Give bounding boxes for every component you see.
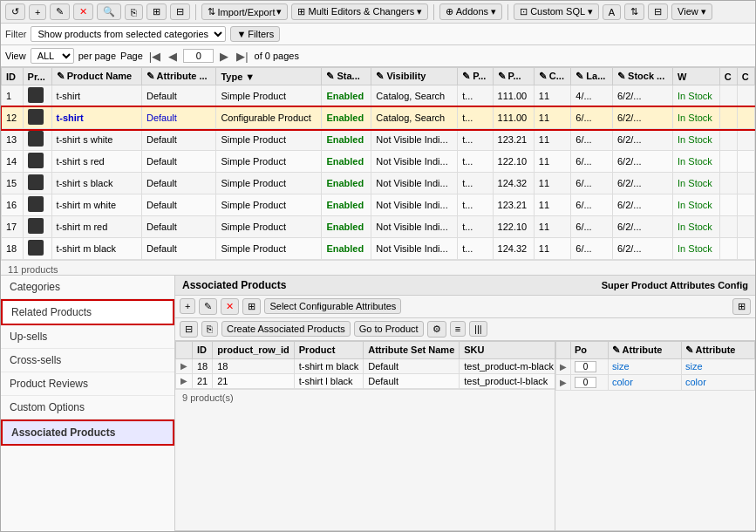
import-export-button[interactable]: ⇅ Import/Export ▾: [201, 3, 288, 20]
filter-select[interactable]: Show products from selected categories: [31, 26, 226, 42]
sa-attr1-link[interactable]: color: [612, 377, 633, 387]
tb2-copy-btn[interactable]: ⎘: [201, 321, 218, 337]
col-header-price[interactable]: ✎ P...: [493, 68, 534, 85]
col-header-c2[interactable]: C: [719, 68, 737, 85]
filters-button[interactable]: ▼ Filters: [230, 26, 280, 42]
goto-product-btn[interactable]: Go to Product: [354, 321, 424, 337]
sa-col-attr2[interactable]: ✎ Attribute: [681, 341, 754, 358]
super-attr-row[interactable]: ▶ size size: [556, 358, 755, 374]
sa-attr2-link[interactable]: size: [685, 361, 703, 372]
sidebar-item-associated-products[interactable]: Associated Products: [1, 419, 174, 446]
table-row[interactable]: 13 t-shirt s white Default Simple Produc…: [2, 129, 755, 151]
edit-button[interactable]: ✎: [50, 3, 70, 20]
sidebar-item-custom-options[interactable]: Custom Options: [1, 396, 174, 419]
sa-col-attr1[interactable]: ✎ Attribute: [608, 341, 681, 358]
col-header-la[interactable]: ✎ La...: [571, 68, 613, 85]
select-configurable-btn[interactable]: Select Configurable Attributes: [264, 298, 401, 314]
tb2-list-btn[interactable]: ≡: [450, 321, 466, 337]
cell-price: 123.21: [493, 194, 534, 216]
create-assoc-btn[interactable]: Create Associated Products: [221, 321, 351, 337]
col-header-p[interactable]: ✎ P...: [458, 68, 493, 85]
filter2-button[interactable]: ⊟: [648, 3, 668, 20]
assoc-table-row[interactable]: ▶ 21 21 t-shirt l black Default test_pro…: [176, 373, 555, 388]
sa-pos-input[interactable]: [575, 377, 596, 388]
table-row[interactable]: 12 t-shirt Default Configurable Product …: [2, 107, 755, 129]
sidebar-item-categories[interactable]: Categories: [1, 276, 174, 299]
col-header-visibility[interactable]: ✎ Visibility: [371, 68, 458, 85]
multi-editors-button[interactable]: ⊞ Multi Editors & Changers ▾: [291, 3, 428, 20]
sa-attr2-link[interactable]: color: [685, 377, 706, 387]
add-button[interactable]: +: [29, 4, 46, 20]
sa-expand[interactable]: ▶: [556, 358, 571, 374]
first-page-button[interactable]: |◀: [147, 50, 162, 63]
page-input[interactable]: [183, 49, 214, 63]
col-header-c3[interactable]: C: [737, 68, 754, 85]
per-page-select[interactable]: ALL: [31, 48, 74, 64]
view-button[interactable]: View ▾: [671, 3, 712, 20]
col-header-c1[interactable]: ✎ C...: [534, 68, 571, 85]
assoc-col-attr-set[interactable]: Attribute Set Name: [364, 341, 460, 358]
delete-assoc-btn[interactable]: ✕: [221, 298, 239, 315]
table-row[interactable]: 17 t-shirt m red Default Simple Product …: [2, 216, 755, 238]
add-assoc-btn[interactable]: +: [180, 298, 195, 314]
assoc-col-product[interactable]: Product: [294, 341, 363, 358]
cell-p: t...: [458, 216, 493, 238]
search-button[interactable]: 🔍: [97, 3, 121, 20]
col-header-stock[interactable]: ✎ Stock ...: [613, 68, 673, 85]
assoc-row-id: 21: [213, 373, 295, 388]
assoc-table-row[interactable]: ▶ 18 18 t-shirt m black Default test_pro…: [176, 358, 555, 373]
sidebar-item-up-sells[interactable]: Up-sells: [1, 325, 174, 349]
sa-attr1-link[interactable]: size: [612, 361, 630, 372]
next-page-button[interactable]: ▶: [218, 50, 230, 63]
custom-sql-button[interactable]: ⊡ Custom SQL ▾: [514, 3, 599, 20]
font-button[interactable]: A: [603, 4, 621, 20]
sidebar-item-product-reviews[interactable]: Product Reviews: [1, 372, 174, 396]
assoc-col-id[interactable]: ID: [193, 341, 213, 358]
assoc-col-row-id[interactable]: product_row_id: [213, 341, 295, 358]
col-header-name[interactable]: ✎ Product Name: [51, 68, 141, 85]
col-header-type[interactable]: Type ▼: [216, 68, 322, 85]
sa-expand[interactable]: ▶: [556, 374, 571, 390]
tb2-settings-btn[interactable]: ⚙: [427, 321, 446, 338]
tb2-col-btn[interactable]: |||: [469, 321, 487, 337]
refresh-button[interactable]: ↺: [5, 3, 25, 20]
copy-button[interactable]: ⎘: [125, 4, 143, 20]
cell-w: [719, 151, 737, 173]
cell-col3: 6/2/...: [613, 151, 673, 173]
assoc-col-sku[interactable]: SKU: [460, 341, 555, 358]
sidebar-item-related-products[interactable]: Related Products: [1, 299, 174, 325]
super-attr-grid-btn[interactable]: ⊞: [732, 298, 751, 315]
col-header-status[interactable]: ✎ Sta...: [322, 68, 371, 85]
prev-page-button[interactable]: ◀: [167, 50, 179, 63]
col-header-id[interactable]: ID: [2, 68, 24, 85]
cell-w: [719, 194, 737, 216]
addons-button[interactable]: ⊕ Addons ▾: [439, 3, 502, 20]
table-row[interactable]: 1 t-shirt Default Simple Product Enabled…: [2, 85, 755, 107]
sidebar-item-cross-sells[interactable]: Cross-sells: [1, 349, 174, 372]
grid1-button[interactable]: ⊞: [146, 3, 167, 20]
last-page-button[interactable]: ▶|: [235, 50, 249, 63]
cell-c: [737, 129, 754, 151]
table-row[interactable]: 16 t-shirt m white Default Simple Produc…: [2, 194, 755, 216]
cell-thumb: [23, 129, 51, 151]
sa-pos[interactable]: [571, 358, 609, 374]
table-row[interactable]: 18 t-shirt m black Default Simple Produc…: [2, 238, 755, 260]
edit-assoc-btn[interactable]: ✎: [199, 298, 217, 315]
col-header-w[interactable]: W: [673, 68, 720, 85]
sort-button[interactable]: ⇅: [624, 3, 644, 20]
super-attr-row[interactable]: ▶ color color: [556, 374, 755, 390]
grid2-button[interactable]: ⊟: [170, 3, 190, 20]
sa-col-pos[interactable]: Po: [571, 341, 609, 358]
tb2-grid1-btn[interactable]: ⊟: [180, 321, 198, 338]
table-row[interactable]: 14 t-shirt s red Default Simple Product …: [2, 151, 755, 173]
right-panel: Associated Products Super Product Attrib…: [175, 276, 755, 531]
assoc-expand[interactable]: ▶: [176, 358, 193, 373]
per-page-label: per page: [78, 51, 116, 61]
table-row[interactable]: 15 t-shirt s black Default Simple Produc…: [2, 173, 755, 194]
assoc-expand[interactable]: ▶: [176, 373, 193, 388]
sa-pos[interactable]: [571, 374, 609, 390]
delete-button[interactable]: ✕: [73, 3, 93, 20]
col-header-attribute[interactable]: ✎ Attribute ...: [141, 68, 215, 85]
sa-pos-input[interactable]: [575, 361, 596, 372]
grid-assoc-btn[interactable]: ⊞: [242, 298, 261, 315]
